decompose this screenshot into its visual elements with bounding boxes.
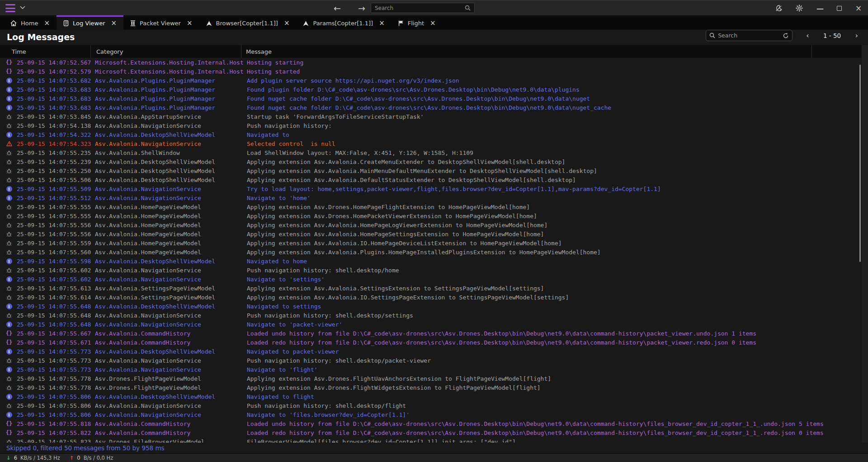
- back-button[interactable]: ←: [334, 3, 341, 13]
- tab-close-icon[interactable]: ×: [111, 20, 117, 27]
- table-row[interactable]: 25-09-15 14:07:55.613Asv.Avalonia.Settin…: [0, 284, 862, 293]
- maximize-button[interactable]: [837, 6, 842, 11]
- table-row[interactable]: 25-09-15 14:07:55.250Asv.Avalonia.Deskto…: [0, 166, 862, 175]
- filter-status-bar: Skipped 0, filtered 50 messages from 50 …: [0, 443, 868, 453]
- table-row[interactable]: {}25-09-15 14:07:52.579Microsoft.Extensi…: [0, 67, 862, 76]
- table-row[interactable]: i25-09-15 14:07:55.773Asv.Avalonia.Navig…: [0, 365, 862, 374]
- table-row[interactable]: 25-09-15 14:07:55.559Asv.Avalonia.HomePa…: [0, 238, 862, 247]
- table-row[interactable]: i25-09-15 14:07:53.682Asv.Avalonia.Plugi…: [0, 76, 862, 85]
- tab-close-icon[interactable]: ×: [44, 20, 50, 27]
- table-row[interactable]: i25-09-15 14:07:55.806Asv.Avalonia.Deskt…: [0, 392, 862, 401]
- table-row[interactable]: {}25-09-15 14:07:55.818Asv.Avalonia.Comm…: [0, 419, 862, 428]
- table-row[interactable]: 25-09-15 14:07:55.773Asv.Avalonia.Naviga…: [0, 356, 862, 365]
- log-category: Asv.Avalonia.DesktopShellViewModel: [93, 258, 245, 265]
- table-row[interactable]: i25-09-15 14:07:55.773Asv.Avalonia.Deskt…: [0, 347, 862, 356]
- table-row[interactable]: 25-09-15 14:07:53.845Asv.Avalonia.AppSta…: [0, 112, 862, 121]
- table-row[interactable]: i25-09-15 14:07:53.683Asv.Avalonia.Plugi…: [0, 85, 862, 94]
- table-row[interactable]: 25-09-15 14:07:55.560Asv.Avalonia.HomePa…: [0, 247, 862, 257]
- log-message: Hosting started: [245, 68, 862, 75]
- table-row[interactable]: i25-09-15 14:07:53.683Asv.Avalonia.Plugi…: [0, 94, 862, 103]
- log-time: 25-09-15 14:07:53.845: [17, 113, 91, 120]
- table-row[interactable]: i25-09-15 14:07:55.806Asv.Avalonia.Navig…: [0, 410, 862, 419]
- info-icon: i: [5, 131, 13, 138]
- bug-icon: [5, 266, 13, 274]
- table-row[interactable]: 25-09-15 14:07:55.556Asv.Avalonia.HomePa…: [0, 229, 862, 238]
- table-row[interactable]: 25-09-15 14:07:55.823Asv.Drones.FileBrow…: [0, 437, 862, 443]
- close-window-button[interactable]: ×: [854, 4, 863, 12]
- table-row[interactable]: i25-09-15 14:07:55.648Asv.Avalonia.Deskt…: [0, 302, 862, 311]
- log-category: Asv.Drones.FileBrowserViewModel: [93, 439, 245, 443]
- log-time: 25-09-15 14:07:53.683: [17, 95, 91, 102]
- global-search-box[interactable]: [371, 3, 475, 13]
- bug-icon: [5, 176, 13, 183]
- tab-close-icon[interactable]: ×: [379, 20, 385, 27]
- home-icon: [10, 20, 17, 26]
- refresh-icon[interactable]: [783, 33, 789, 39]
- table-row[interactable]: i25-09-15 14:07:55.512Asv.Avalonia.Navig…: [0, 193, 862, 202]
- page-next-button[interactable]: ›: [853, 31, 861, 40]
- table-row[interactable]: 25-09-15 14:07:54.323Asv.Avalonia.Naviga…: [0, 139, 862, 148]
- theme-toggle-icon[interactable]: [774, 4, 783, 12]
- tab-flight[interactable]: Flight×: [392, 15, 443, 30]
- table-row[interactable]: i25-09-15 14:07:55.602Asv.Avalonia.Navig…: [0, 275, 862, 284]
- tab-close-icon[interactable]: ×: [284, 20, 290, 27]
- table-row[interactable]: 25-09-15 14:07:55.556Asv.Avalonia.HomePa…: [0, 220, 862, 229]
- table-row[interactable]: 25-09-15 14:07:55.614Asv.Avalonia.Settin…: [0, 293, 862, 302]
- log-time: 25-09-15 14:07:53.683: [17, 86, 91, 93]
- log-search-box[interactable]: [706, 30, 793, 41]
- table-row[interactable]: 25-09-15 14:07:55.506Asv.Avalonia.Deskto…: [0, 175, 862, 184]
- tab-log-viewer[interactable]: Log Viewer×: [57, 15, 123, 30]
- table-row[interactable]: i25-09-15 14:07:55.509Asv.Avalonia.Navig…: [0, 184, 862, 193]
- log-message: Applying extension Asv.Avalonia.HomePage…: [245, 222, 862, 229]
- table-row[interactable]: 25-09-15 14:07:55.555Asv.Avalonia.HomePa…: [0, 202, 862, 211]
- table-row[interactable]: 25-09-15 14:07:55.239Asv.Avalonia.Deskto…: [0, 157, 862, 166]
- page-prev-button[interactable]: ‹: [803, 31, 811, 40]
- table-row[interactable]: 25-09-15 14:07:55.235Asv.Avalonia.ShellW…: [0, 148, 862, 157]
- table-row[interactable]: i25-09-15 14:07:55.648Asv.Avalonia.Navig…: [0, 320, 862, 329]
- log-category: Asv.Avalonia.DesktopShellViewModel: [93, 393, 245, 400]
- vertical-scrollbar[interactable]: [859, 65, 861, 262]
- settings-gear-icon[interactable]: [795, 4, 803, 12]
- column-header-message[interactable]: Message: [241, 45, 812, 58]
- log-category: Asv.Avalonia.SettingsPageViewModel: [93, 285, 245, 292]
- table-row[interactable]: 25-09-15 14:07:55.648Asv.Avalonia.Naviga…: [0, 311, 862, 320]
- table-row[interactable]: 25-09-15 14:07:55.806Asv.Avalonia.Naviga…: [0, 401, 862, 410]
- log-time: 25-09-15 14:07:55.556: [17, 231, 91, 238]
- log-search-input[interactable]: [718, 32, 780, 39]
- table-row[interactable]: 25-09-15 14:07:55.555Asv.Avalonia.HomePa…: [0, 211, 862, 220]
- global-search-input[interactable]: [375, 5, 465, 11]
- chevron-down-icon[interactable]: [20, 6, 25, 9]
- column-header-category[interactable]: Category: [91, 45, 241, 58]
- tab-close-icon[interactable]: ×: [187, 20, 193, 27]
- tab-label: Params[Copter[1.1]]: [313, 20, 373, 27]
- table-row[interactable]: {}25-09-15 14:07:55.671Asv.Avalonia.Comm…: [0, 338, 862, 347]
- tab-params-copter-1-1[interactable]: Params[Copter[1.1]]×: [296, 15, 391, 30]
- tab-close-icon[interactable]: ×: [430, 20, 436, 27]
- table-row[interactable]: 25-09-15 14:07:55.778Asv.Drones.FlightPa…: [0, 374, 862, 383]
- column-header-time[interactable]: Time: [0, 45, 91, 58]
- table-row[interactable]: 25-09-15 14:07:55.602Asv.Avalonia.Naviga…: [0, 266, 862, 275]
- log-time: 25-09-15 14:07:55.773: [17, 366, 91, 373]
- log-category: Asv.Avalonia.NavigationService: [93, 267, 245, 274]
- log-message: Found nuget cache folder D:\C#_code\asv-…: [245, 95, 862, 102]
- hamburger-menu-icon[interactable]: [5, 4, 15, 12]
- log-category: Asv.Avalonia.NavigationService: [93, 276, 245, 283]
- tab-packet-viewer[interactable]: Packet Viewer×: [123, 15, 199, 30]
- table-row[interactable]: i25-09-15 14:07:54.322Asv.Avalonia.Deskt…: [0, 130, 862, 139]
- tab-browser-copter-1-1[interactable]: Browser[Copter[1.1]]×: [199, 15, 297, 30]
- table-row[interactable]: {}25-09-15 14:07:52.567Microsoft.Extensi…: [0, 58, 862, 67]
- bug-icon: [5, 230, 13, 238]
- tab-home[interactable]: Home×: [4, 15, 57, 30]
- bug-icon: [5, 285, 13, 292]
- log-message: Applying extension Asv.Avalonia.CreateMe…: [245, 159, 862, 165]
- table-row[interactable]: i25-09-15 14:07:55.598Asv.Avalonia.Deskt…: [0, 257, 862, 266]
- table-row[interactable]: {}25-09-15 14:07:55.822Asv.Avalonia.Comm…: [0, 428, 862, 437]
- log-message: Navigate to 'flight': [245, 366, 862, 373]
- forward-button[interactable]: →: [358, 3, 365, 13]
- minimize-button[interactable]: —: [816, 4, 824, 12]
- table-row[interactable]: {}25-09-15 14:07:55.667Asv.Avalonia.Comm…: [0, 329, 862, 338]
- table-row[interactable]: 25-09-15 14:07:55.778Asv.Drones.FlightPa…: [0, 383, 862, 392]
- table-row[interactable]: i25-09-15 14:07:53.683Asv.Avalonia.Plugi…: [0, 103, 862, 112]
- table-row[interactable]: 25-09-15 14:07:54.138Asv.Avalonia.Naviga…: [0, 121, 862, 130]
- log-time: 25-09-15 14:07:55.560: [17, 249, 91, 256]
